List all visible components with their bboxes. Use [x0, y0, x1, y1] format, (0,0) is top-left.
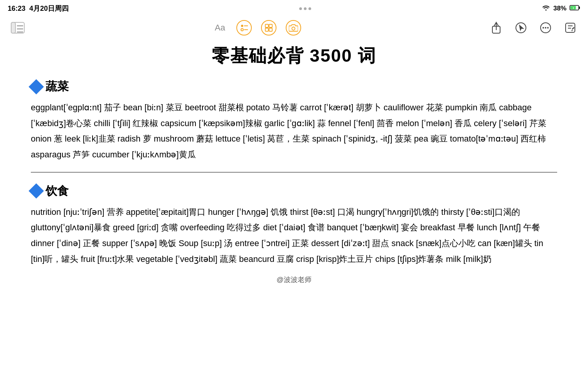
- svg-rect-4: [11, 22, 15, 33]
- section-text-food: nutrition [njuːˈtriʃən] 营养 appetite[ˈæpi…: [31, 204, 557, 267]
- section-title-vegetables: 蔬菜: [45, 79, 69, 95]
- svg-point-16: [292, 27, 295, 30]
- toolbar-right: [489, 21, 577, 35]
- wifi-icon: [542, 5, 550, 13]
- date: 4月20日周四: [29, 4, 69, 13]
- time: 16:23: [8, 5, 25, 13]
- toolbar: Aa: [0, 15, 588, 40]
- toolbar-left: [11, 21, 25, 35]
- section-divider: [31, 172, 557, 172]
- svg-point-22: [543, 27, 544, 29]
- status-bar: 16:23 4月20日周四 38%: [0, 0, 588, 15]
- svg-rect-12: [265, 24, 268, 27]
- diamond-icon-vegetables: [29, 79, 44, 95]
- sidebar-toggle-button[interactable]: [11, 21, 25, 35]
- font-button[interactable]: Aa: [213, 21, 227, 35]
- svg-point-23: [545, 27, 546, 29]
- battery-icon: [569, 5, 580, 13]
- navigate-button[interactable]: [514, 21, 528, 35]
- camera-button[interactable]: [286, 20, 301, 35]
- edit-button[interactable]: [563, 21, 577, 35]
- status-right: 38%: [542, 5, 580, 13]
- list-style-button[interactable]: [236, 20, 252, 35]
- svg-point-8: [241, 25, 243, 27]
- section-title-food: 饮食: [45, 183, 69, 199]
- more-options-button[interactable]: [539, 21, 553, 35]
- svg-rect-13: [269, 24, 272, 27]
- status-left: 16:23 4月20日周四: [8, 4, 69, 13]
- toolbar-center: Aa: [213, 20, 301, 35]
- bottom-note: @波波老师: [31, 275, 557, 284]
- share-button[interactable]: [489, 21, 503, 35]
- svg-rect-1: [579, 7, 580, 9]
- battery-percent: 38%: [553, 5, 566, 12]
- three-dots-status: [299, 7, 311, 10]
- svg-marker-20: [517, 23, 524, 31]
- svg-point-10: [241, 29, 243, 31]
- svg-rect-15: [269, 28, 272, 31]
- document-content: 零基础必背 3500 词 蔬菜 eggplant[ˈegplɑːnt] 茄子 b…: [0, 40, 588, 300]
- section-food: 饮食 nutrition [njuːˈtriʃən] 营养 appetite[ˈ…: [31, 183, 557, 267]
- diamond-icon-food: [29, 183, 44, 199]
- document-title: 零基础必背 3500 词: [31, 44, 557, 68]
- section-header-food: 饮食: [31, 183, 557, 199]
- grid-button[interactable]: [261, 20, 276, 35]
- svg-point-24: [547, 27, 549, 29]
- section-vegetables: 蔬菜 eggplant[ˈegplɑːnt] 茄子 bean [biːn] 菜豆…: [31, 79, 557, 163]
- svg-rect-14: [265, 28, 268, 31]
- section-header-vegetables: 蔬菜: [31, 79, 557, 95]
- section-text-vegetables: eggplant[ˈegplɑːnt] 茄子 bean [biːn] 菜豆 be…: [31, 100, 557, 163]
